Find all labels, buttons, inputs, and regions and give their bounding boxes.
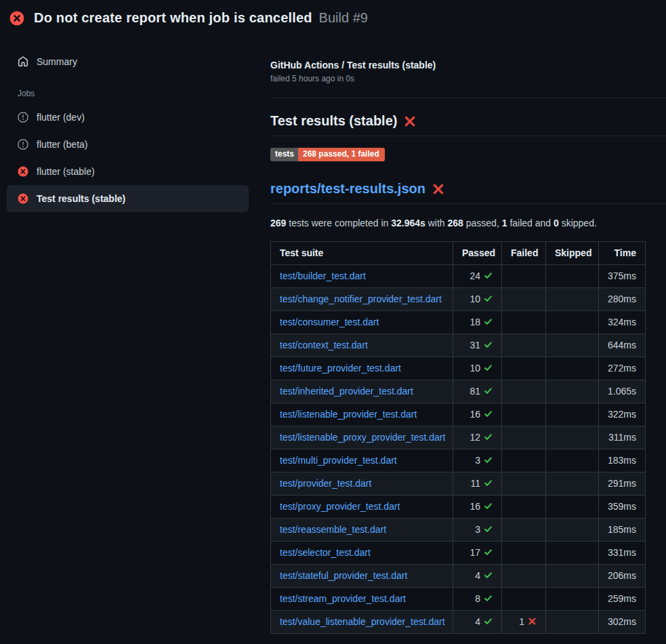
summary-text: skipped. bbox=[559, 218, 597, 228]
section-heading-text: Test results (stable) bbox=[270, 113, 397, 129]
failed-cell bbox=[502, 588, 546, 611]
test-suite-link[interactable]: test/context_test.dart bbox=[280, 340, 368, 350]
summary-duration: 32.964s bbox=[391, 218, 425, 228]
suite-cell: test/proxy_provider_test.dart bbox=[271, 496, 453, 519]
test-suite-link[interactable]: test/listenable_proxy_provider_test.dart bbox=[280, 432, 445, 443]
test-suite-link[interactable]: test/change_notifier_provider_test.dart bbox=[280, 294, 442, 304]
sidebar-item-label: flutter (dev) bbox=[37, 112, 85, 123]
results-table-body: test/builder_test.dart24375mstest/change… bbox=[271, 265, 646, 634]
passed-cell: 17 bbox=[453, 542, 502, 565]
passed-count: 24 bbox=[470, 270, 480, 281]
sidebar-item-label: flutter (stable) bbox=[37, 166, 95, 177]
failed-status-icon bbox=[18, 193, 28, 204]
sidebar-item-test-results-stable[interactable]: Test results (stable) bbox=[7, 185, 249, 212]
skipped-cell bbox=[546, 311, 599, 334]
section-heading: Test results (stable) bbox=[270, 113, 666, 136]
test-suite-link[interactable]: test/value_listenable_provider_test.dart bbox=[280, 616, 445, 627]
skipped-cell bbox=[546, 380, 599, 403]
cancelled-status-icon bbox=[18, 112, 28, 123]
passed-count: 17 bbox=[470, 547, 480, 558]
time-cell: 311ms bbox=[599, 426, 646, 449]
suite-cell: test/change_notifier_provider_test.dart bbox=[271, 288, 453, 311]
sidebar-item-flutter-beta[interactable]: flutter (beta) bbox=[7, 131, 249, 158]
cancelled-status-icon bbox=[18, 139, 28, 150]
test-suite-link[interactable]: test/stream_provider_test.dart bbox=[280, 593, 406, 604]
test-suite-link[interactable]: test/listenable_provider_test.dart bbox=[280, 409, 417, 420]
passed-cell: 11 bbox=[453, 472, 502, 496]
tests-badge: tests 268 passed, 1 failed bbox=[270, 148, 385, 161]
check-run-meta: failed 5 hours ago in 0s bbox=[270, 74, 666, 83]
test-suite-link[interactable]: test/provider_test.dart bbox=[280, 478, 371, 489]
test-suite-link[interactable]: test/proxy_provider_test.dart bbox=[280, 501, 400, 512]
check-icon bbox=[484, 617, 493, 626]
test-suite-link[interactable]: test/future_provider_test.dart bbox=[280, 363, 401, 374]
skipped-cell bbox=[546, 288, 599, 311]
passed-count: 18 bbox=[470, 317, 480, 327]
passed-cell: 3 bbox=[453, 449, 502, 472]
passed-count: 8 bbox=[475, 593, 480, 604]
skipped-cell bbox=[546, 403, 599, 426]
summary-passed: 268 bbox=[448, 218, 463, 228]
failed-cell bbox=[502, 288, 546, 311]
time-cell: 259ms bbox=[599, 588, 646, 611]
check-icon bbox=[484, 340, 493, 349]
failed-cell bbox=[502, 542, 546, 565]
summary-total: 269 bbox=[270, 218, 286, 228]
skipped-cell bbox=[546, 426, 599, 449]
test-suite-link[interactable]: test/stateful_provider_test.dart bbox=[280, 570, 407, 581]
failed-cell bbox=[502, 265, 546, 288]
skipped-cell bbox=[546, 449, 599, 472]
test-suite-link[interactable]: test/inherited_provider_test.dart bbox=[280, 386, 413, 397]
failed-cell bbox=[502, 519, 546, 542]
skipped-cell bbox=[546, 496, 599, 519]
passed-count: 10 bbox=[470, 363, 480, 374]
column-header-passed: Passed bbox=[453, 242, 502, 265]
table-row: test/reassemble_test.dart3185ms bbox=[271, 519, 646, 542]
test-suite-link[interactable]: test/reassemble_test.dart bbox=[280, 524, 386, 535]
summary-text: tests were completed in bbox=[286, 218, 391, 228]
check-icon bbox=[484, 317, 493, 326]
failed-cell bbox=[502, 496, 546, 519]
skipped-cell bbox=[546, 611, 599, 634]
sidebar-item-flutter-stable[interactable]: flutter (stable) bbox=[7, 158, 249, 185]
passed-cell: 10 bbox=[453, 288, 502, 311]
table-row: test/provider_test.dart11291ms bbox=[271, 472, 646, 496]
report-file-link[interactable]: reports/test-results.json bbox=[270, 181, 425, 197]
check-icon bbox=[484, 571, 493, 580]
passed-cell: 18 bbox=[453, 311, 502, 334]
time-cell: 291ms bbox=[599, 472, 646, 496]
test-suite-link[interactable]: test/consumer_test.dart bbox=[280, 317, 379, 327]
passed-cell: 8 bbox=[453, 588, 502, 611]
table-row: test/value_listenable_provider_test.dart… bbox=[271, 611, 646, 634]
test-suite-link[interactable]: test/builder_test.dart bbox=[280, 270, 366, 281]
passed-count: 3 bbox=[475, 524, 480, 535]
time-cell: 206ms bbox=[599, 565, 646, 588]
summary-text: failed and bbox=[507, 218, 554, 228]
column-header-time: Time bbox=[599, 242, 646, 265]
table-row: test/inherited_provider_test.dart811.065… bbox=[271, 380, 646, 403]
passed-cell: 10 bbox=[453, 357, 502, 380]
check-icon bbox=[484, 294, 493, 303]
check-icon bbox=[484, 456, 493, 464]
home-icon bbox=[18, 56, 28, 67]
sidebar-item-summary[interactable]: Summary bbox=[7, 48, 249, 75]
table-header-row: Test suite Passed Failed Skipped Time bbox=[271, 242, 646, 265]
table-row: test/stateful_provider_test.dart4206ms bbox=[271, 565, 646, 588]
time-cell: 280ms bbox=[599, 288, 646, 311]
passed-count: 4 bbox=[475, 570, 480, 581]
test-suite-link[interactable]: test/multi_provider_test.dart bbox=[280, 455, 397, 466]
suite-cell: test/inherited_provider_test.dart bbox=[271, 380, 453, 403]
passed-cell: 81 bbox=[453, 380, 502, 403]
suite-cell: test/provider_test.dart bbox=[271, 472, 453, 496]
time-cell: 185ms bbox=[599, 519, 646, 542]
failed-cross-icon bbox=[404, 115, 416, 127]
passed-count: 3 bbox=[475, 455, 480, 466]
test-suite-link[interactable]: test/selector_test.dart bbox=[280, 547, 371, 558]
time-cell: 272ms bbox=[599, 357, 646, 380]
sidebar-item-flutter-dev[interactable]: flutter (dev) bbox=[7, 104, 249, 131]
sidebar-item-label: Summary bbox=[37, 56, 77, 67]
sidebar-item-label: flutter (beta) bbox=[37, 139, 87, 150]
suite-cell: test/multi_provider_test.dart bbox=[271, 449, 453, 472]
failed-cell: 1 bbox=[502, 611, 546, 634]
cross-icon bbox=[528, 617, 537, 626]
